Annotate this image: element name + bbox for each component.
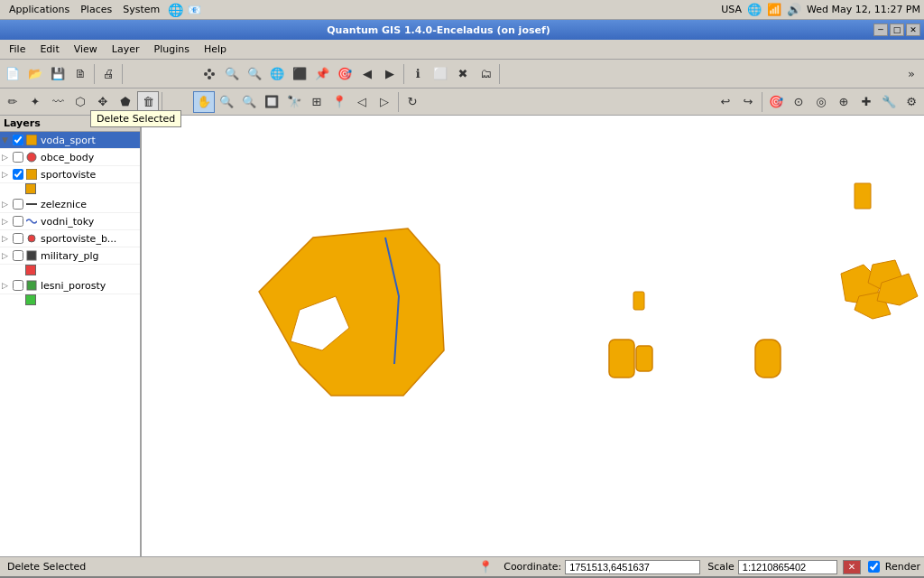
menu-layer[interactable]: Layer	[105, 42, 147, 57]
snap4-button[interactable]: ⊕	[833, 91, 855, 113]
zoom-out-button[interactable]: 🔍	[244, 63, 265, 85]
separator1	[94, 64, 95, 84]
layer-item-obce-body[interactable]: ▷ obce_body	[0, 149, 140, 166]
select-feature-button[interactable]: ⬜	[430, 63, 451, 85]
pan-map-button[interactable]: ✋	[193, 91, 215, 113]
layer-item-military-plg[interactable]: ▷ military_plg	[0, 247, 140, 265]
redo-button[interactable]: ↪	[737, 91, 759, 113]
close-button[interactable]: ✕	[906, 23, 920, 36]
layer-checkbox-zeleznice[interactable]	[13, 199, 23, 210]
menu-plugins[interactable]: Plugins	[147, 42, 197, 57]
expand-icon[interactable]: ▼	[2, 135, 13, 144]
print-button[interactable]: 🖨	[97, 63, 119, 85]
node-tool-button[interactable]: ⬟	[115, 91, 136, 113]
capture-line-button[interactable]: 〰	[47, 91, 69, 113]
layer-checkbox-sportoviste[interactable]	[13, 169, 23, 180]
layer-checkbox-obce-body[interactable]	[13, 152, 23, 163]
zoom-selection-button[interactable]: 📌	[311, 63, 333, 85]
toolbar2: ✏ ✦ 〰 ⬡ ✥ ⬟ 🗑 Delete Selected ✋ 🔍 🔍 🔲 🔭 …	[0, 89, 924, 116]
snap7-button[interactable]: ⚙	[901, 91, 922, 113]
scale-label: Scale	[707, 561, 735, 573]
zoom-in-map-button[interactable]: 🔍	[216, 91, 237, 113]
shape-tr1	[855, 183, 871, 209]
zoom-last-button[interactable]: ◀	[356, 63, 378, 85]
zoom-all-button[interactable]: ⊞	[306, 91, 328, 113]
render-checkbox[interactable]	[868, 561, 880, 573]
stop-render-button[interactable]: ✕	[843, 560, 861, 574]
expand-icon[interactable]: ▷	[2, 170, 13, 179]
places-menu[interactable]: Places	[75, 4, 117, 15]
expand-icon[interactable]: ▷	[2, 200, 13, 209]
zoom-rect-button[interactable]: 🔲	[261, 91, 282, 113]
layer-item-sportoviste-b[interactable]: ▷ sportoviste_b...	[0, 230, 140, 247]
save-as-button[interactable]: 🗎	[69, 63, 91, 85]
tooltip-delete-selected: Delete Selected	[90, 110, 181, 127]
menu-help[interactable]: Help	[197, 42, 234, 57]
snap6-button[interactable]: 🔧	[878, 91, 900, 113]
refresh-button[interactable]: ↻	[402, 91, 423, 113]
pan-to-selection-button[interactable]: 🎯	[334, 63, 356, 85]
deselect-button[interactable]: ✖	[452, 63, 474, 85]
layer-item-zeleznice[interactable]: ▷ zeleznice	[0, 196, 140, 213]
snap2-button[interactable]: ⊙	[788, 91, 809, 113]
snap5-button[interactable]: ✚	[855, 91, 877, 113]
zoom-prev-button[interactable]: ◁	[351, 91, 373, 113]
open-project-button[interactable]: 📂	[24, 63, 46, 85]
capture-polygon-button[interactable]: ⬡	[69, 91, 91, 113]
zoom-next-button[interactable]: ▶	[379, 63, 401, 85]
delete-selected-button[interactable]: 🗑	[137, 91, 159, 113]
capture-point-button[interactable]: ✦	[24, 91, 46, 113]
move-feature-button[interactable]: ✥	[92, 91, 114, 113]
apps-menu[interactable]: Applications	[4, 4, 75, 15]
undo-button[interactable]: ↩	[715, 91, 736, 113]
layer-checkbox-military-plg[interactable]	[13, 250, 23, 261]
layer-item-lesni-porosty[interactable]: ▷ lesni_porosty	[0, 277, 140, 294]
zoom-layer-button[interactable]: ⬛	[289, 63, 310, 85]
snap-button[interactable]: 🎯	[765, 91, 787, 113]
swatch-sportoviste	[25, 183, 36, 194]
system-menu[interactable]: System	[117, 4, 165, 15]
expand-icon[interactable]: ▷	[2, 251, 13, 260]
minimize-button[interactable]: ─	[873, 23, 888, 36]
layer-checkbox-vodni-toky[interactable]	[13, 216, 23, 227]
map-canvas[interactable]	[142, 116, 924, 556]
menu-edit[interactable]: Edit	[32, 42, 66, 57]
snap3-button[interactable]: ◎	[810, 91, 832, 113]
maximize-button[interactable]: □	[890, 23, 904, 36]
svg-rect-6	[26, 169, 37, 180]
separator3	[403, 64, 404, 84]
new-project-button[interactable]: 📄	[2, 63, 23, 85]
layer-icon-sportoviste	[25, 168, 38, 181]
open-table-button[interactable]: 🗂	[475, 63, 496, 85]
toggle-edit-button[interactable]: ✏	[2, 91, 23, 113]
zoom-to-layer2-button[interactable]: 📍	[328, 91, 350, 113]
scale-input[interactable]	[738, 560, 837, 574]
menu-view[interactable]: View	[67, 42, 105, 57]
expand-icon[interactable]: ▷	[2, 234, 13, 243]
layer-name-sportoviste-b: sportoviste_b...	[41, 233, 116, 245]
save-project-button[interactable]: 💾	[47, 63, 69, 85]
separator6	[398, 92, 399, 112]
expand-icon[interactable]: ▷	[2, 281, 13, 290]
layer-checkbox-lesni-porosty[interactable]	[13, 280, 23, 291]
layer-item-vodni-toky[interactable]: ▷ vodni_toky	[0, 213, 140, 230]
layer-icon-voda-sport	[25, 134, 38, 146]
identify-button[interactable]: ℹ	[407, 63, 429, 85]
layer-item-sportoviste[interactable]: ▷ sportoviste	[0, 166, 140, 183]
pan-tool-button[interactable]	[199, 63, 220, 85]
coordinate-input[interactable]	[565, 560, 700, 574]
zoom-full-button[interactable]: 🌐	[266, 63, 288, 85]
zoom-in-button[interactable]: 🔍	[221, 63, 243, 85]
zoom-next2-button[interactable]: ▷	[374, 91, 395, 113]
menu-file[interactable]: File	[2, 42, 32, 57]
expand-icon[interactable]: ▷	[2, 153, 13, 162]
more-tools-button[interactable]: »	[901, 63, 922, 85]
zoom-out-map-button[interactable]: 🔍	[238, 91, 260, 113]
expand-icon[interactable]: ▷	[2, 217, 13, 226]
layer-checkbox-sportoviste-b[interactable]	[13, 233, 23, 244]
coordinate-icon: 📍	[478, 560, 493, 573]
svg-rect-9	[27, 251, 36, 260]
layer-checkbox-voda-sport[interactable]	[13, 135, 23, 145]
layer-item-voda-sport[interactable]: ▼ voda_sport	[0, 132, 140, 149]
zoom-native-button[interactable]: 🔭	[283, 91, 305, 113]
